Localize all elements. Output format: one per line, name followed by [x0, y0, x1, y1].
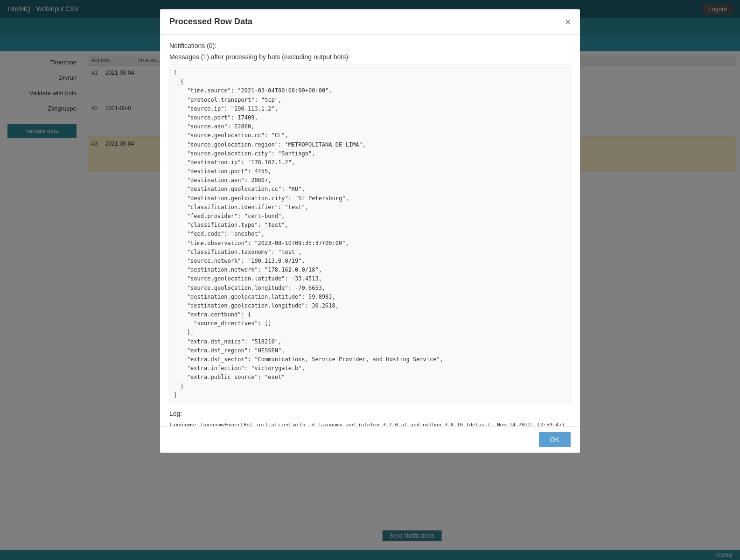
log-title: Log: [169, 410, 571, 417]
log-content: taxonomy: TaxonomyExpertBot initialized … [169, 421, 571, 426]
messages-title: Messages (1) after processing by bots (e… [169, 53, 571, 61]
processed-row-modal: Processed Row Data × Notifications (0): … [160, 9, 580, 453]
modal-header: Processed Row Data × [160, 9, 580, 35]
modal-close-button[interactable]: × [565, 17, 571, 27]
ok-button[interactable]: OK [539, 432, 571, 447]
modal-title: Processed Row Data [169, 17, 252, 27]
modal-footer: OK [160, 426, 580, 453]
json-data-block: [ { "time.source": "2021-03-04T00:00:00+… [169, 64, 571, 404]
modal-overlay: Processed Row Data × Notifications (0): … [0, 0, 740, 560]
modal-body: Notifications (0): Messages (1) after pr… [160, 35, 580, 426]
notifications-title: Notifications (0): [169, 42, 571, 49]
